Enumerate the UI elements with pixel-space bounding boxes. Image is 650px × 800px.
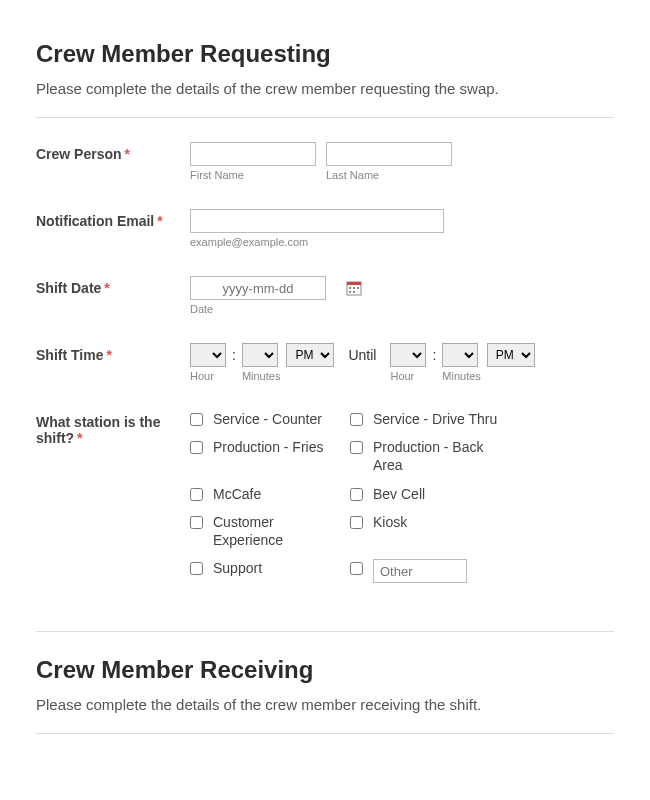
svg-rect-6 (353, 291, 355, 293)
shift-date-input[interactable] (190, 276, 326, 300)
sublabel-date: Date (190, 303, 326, 315)
station-option-other[interactable] (350, 559, 500, 583)
station-option-mccafe[interactable]: McCafe (190, 485, 340, 503)
section-divider (36, 631, 614, 632)
checkbox-counter[interactable] (190, 413, 203, 426)
checkbox-bev-cell[interactable] (350, 488, 363, 501)
start-min-select[interactable] (242, 343, 278, 367)
checkbox-other[interactable] (350, 562, 363, 575)
section-heading-receiving: Crew Member Receiving (36, 656, 614, 684)
checkbox-label: Bev Cell (373, 485, 425, 503)
sublabel-end-hour: Hour (390, 370, 426, 382)
required-asterisk: * (77, 430, 82, 446)
start-hour-select[interactable] (190, 343, 226, 367)
label-crew-person: Crew Person* (36, 142, 190, 162)
checkbox-label: Service - Counter (213, 410, 322, 428)
first-name-input[interactable] (190, 142, 316, 166)
required-asterisk: * (106, 347, 111, 363)
start-ampm-select[interactable]: PM (286, 343, 334, 367)
checkbox-support[interactable] (190, 562, 203, 575)
checkbox-label: Production - Fries (213, 438, 323, 456)
section-heading-requesting: Crew Member Requesting (36, 40, 614, 68)
until-label: Until (334, 343, 390, 367)
label-notification-email: Notification Email* (36, 209, 190, 229)
end-hour-select[interactable] (390, 343, 426, 367)
checkbox-customer-exp[interactable] (190, 516, 203, 529)
time-colon: : (226, 343, 242, 367)
checkbox-fries[interactable] (190, 441, 203, 454)
sublabel-end-min: Minutes (442, 370, 481, 382)
end-ampm-select[interactable]: PM (487, 343, 535, 367)
section-desc-requesting: Please complete the details of the crew … (36, 80, 614, 97)
station-option-customer-exp[interactable]: Customer Experience (190, 513, 340, 549)
last-name-input[interactable] (326, 142, 452, 166)
label-station: What station is the shift?* (36, 410, 190, 446)
end-min-select[interactable] (442, 343, 478, 367)
checkbox-label: Customer Experience (213, 513, 340, 549)
sublabel-start-hour: Hour (190, 370, 226, 382)
section-desc-receiving: Please complete the details of the crew … (36, 696, 614, 713)
section-divider (36, 733, 614, 734)
checkbox-label: Support (213, 559, 262, 577)
checkbox-mccafe[interactable] (190, 488, 203, 501)
other-station-input[interactable] (373, 559, 467, 583)
checkbox-label: Production - Back Area (373, 438, 500, 474)
checkbox-kiosk[interactable] (350, 516, 363, 529)
time-colon: : (426, 343, 442, 367)
checkbox-label: Service - Drive Thru (373, 410, 497, 428)
label-shift-date: Shift Date* (36, 276, 190, 296)
station-option-back-area[interactable]: Production - Back Area (350, 438, 500, 474)
station-option-bev-cell[interactable]: Bev Cell (350, 485, 500, 503)
required-asterisk: * (157, 213, 162, 229)
checkbox-back-area[interactable] (350, 441, 363, 454)
sublabel-first-name: First Name (190, 169, 316, 181)
checkbox-label: Kiosk (373, 513, 407, 531)
checkbox-drive-thru[interactable] (350, 413, 363, 426)
station-option-support[interactable]: Support (190, 559, 340, 583)
station-option-fries[interactable]: Production - Fries (190, 438, 340, 474)
required-asterisk: * (125, 146, 130, 162)
svg-rect-5 (349, 291, 351, 293)
svg-rect-4 (357, 287, 359, 289)
checkbox-label: McCafe (213, 485, 261, 503)
station-option-kiosk[interactable]: Kiosk (350, 513, 500, 549)
calendar-icon[interactable] (346, 280, 362, 296)
svg-rect-1 (347, 282, 361, 285)
svg-rect-2 (349, 287, 351, 289)
sublabel-email: example@example.com (190, 236, 444, 248)
section-divider (36, 117, 614, 118)
email-input[interactable] (190, 209, 444, 233)
sublabel-last-name: Last Name (326, 169, 452, 181)
station-option-drive-thru[interactable]: Service - Drive Thru (350, 410, 500, 428)
sublabel-start-min: Minutes (242, 370, 281, 382)
required-asterisk: * (104, 280, 109, 296)
svg-rect-3 (353, 287, 355, 289)
label-shift-time: Shift Time* (36, 343, 190, 363)
station-option-counter[interactable]: Service - Counter (190, 410, 340, 428)
